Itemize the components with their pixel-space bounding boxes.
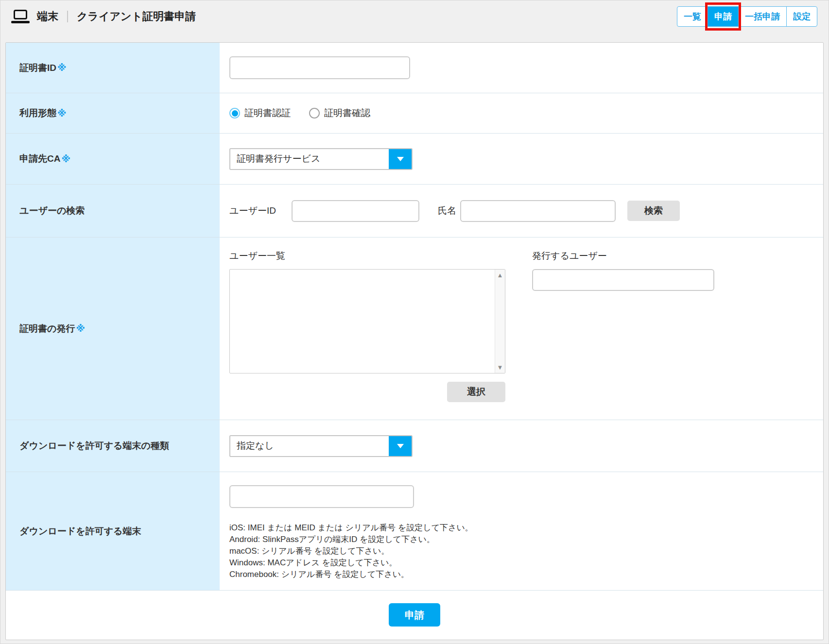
scroll-down-icon[interactable]: ▼: [497, 364, 503, 371]
help-line-chromebook: Chromebook: シリアル番号 を設定して下さい。: [229, 569, 473, 580]
help-line-macos: macOS: シリアル番号 を設定して下さい。: [229, 545, 473, 557]
issue-user-input[interactable]: [532, 269, 714, 291]
device-type-label: ダウンロードを許可する端末の種類: [6, 420, 220, 472]
row-certificate-id: 証明書ID※: [6, 43, 823, 93]
nav-button-settings[interactable]: 設定: [786, 7, 817, 26]
certificate-application-form: 証明書ID※ 利用形態※ 証明書認証 証明書確認: [5, 42, 824, 640]
section-label: 端末: [37, 9, 58, 24]
radio-unselected-icon[interactable]: [309, 108, 320, 119]
user-search-label: ユーザーの検索: [6, 185, 220, 237]
row-usage-type: 利用形態※ 証明書認証 証明書確認: [6, 93, 823, 134]
issue-user-label: 発行するユーザー: [532, 250, 714, 262]
help-line-windows: Windows: MACアドレス を設定して下さい。: [229, 557, 473, 569]
help-line-ios: iOS: IMEI または MEID または シリアル番号 を設定して下さい。: [229, 522, 473, 534]
row-device: ダウンロードを許可する端末 iOS: IMEI または MEID または シリア…: [6, 472, 823, 591]
certificate-id-label: 証明書ID※: [6, 43, 220, 93]
device-label: ダウンロードを許可する端末: [6, 472, 220, 590]
target-ca-selected-value: 証明書発行サービス: [230, 149, 389, 169]
submit-button[interactable]: 申請: [389, 603, 440, 627]
dropdown-arrow-icon[interactable]: [389, 436, 412, 456]
scroll-up-icon[interactable]: ▲: [497, 272, 503, 278]
required-mark: ※: [57, 62, 66, 73]
breadcrumb: 端末 クライアント証明書申請: [11, 9, 196, 24]
title-separator: [67, 11, 68, 22]
target-ca-select[interactable]: 証明書発行サービス: [229, 148, 413, 170]
device-type-select[interactable]: 指定なし: [229, 435, 413, 457]
listbox-scrollbar[interactable]: ▲ ▼: [495, 270, 505, 373]
search-button[interactable]: 検索: [627, 201, 680, 221]
nav-button-list[interactable]: 一覧: [677, 7, 708, 26]
dropdown-arrow-icon[interactable]: [389, 149, 412, 169]
row-user-search: ユーザーの検索 ユーザーID 氏名 検索: [6, 185, 823, 237]
row-certificate-issue: 証明書の発行※ ユーザー一覧 ▲ ▼ 選択 発行するユーザ: [6, 237, 823, 420]
help-line-android: Android: SlinkPassアプリの端末ID を設定して下さい。: [229, 534, 473, 545]
row-target-ca: 申請先CA※ 証明書発行サービス: [6, 134, 823, 185]
page: 端末 クライアント証明書申請 一覧 申請 一括申請 設定 証明書ID※: [0, 0, 829, 644]
select-button[interactable]: 選択: [447, 382, 505, 402]
name-input[interactable]: [460, 200, 616, 222]
device-input[interactable]: [229, 485, 414, 508]
usage-type-label: 利用形態※: [6, 93, 220, 133]
required-mark: ※: [57, 108, 66, 119]
required-mark: ※: [76, 323, 85, 334]
row-device-type: ダウンロードを許可する端末の種類 指定なし: [6, 420, 823, 472]
device-help-text: iOS: IMEI または MEID または シリアル番号 を設定して下さい。 …: [229, 522, 473, 580]
page-title: クライアント証明書申請: [77, 9, 196, 24]
form-footer: 申請: [6, 591, 823, 640]
user-list-label: ユーザー一覧: [229, 250, 505, 262]
target-ca-label: 申請先CA※: [6, 134, 220, 184]
user-id-label: ユーザーID: [229, 204, 276, 217]
radio-cert-confirm[interactable]: 証明書確認: [309, 107, 370, 119]
radio-selected-icon[interactable]: [229, 108, 240, 119]
required-mark: ※: [61, 153, 70, 165]
usage-type-radio-group: 証明書認証 証明書確認: [229, 107, 370, 119]
nav-button-apply-wrap: 申請: [708, 7, 738, 26]
certificate-id-input[interactable]: [229, 56, 410, 79]
nav-button-apply[interactable]: 申請: [708, 7, 738, 26]
nav-button-bulk-apply[interactable]: 一括申請: [738, 7, 786, 26]
nav-button-group: 一覧 申請 一括申請 設定: [677, 6, 817, 27]
user-id-input[interactable]: [292, 200, 419, 222]
name-label: 氏名: [438, 204, 456, 217]
laptop-icon: [11, 10, 30, 23]
header: 端末 クライアント証明書申請 一覧 申請 一括申請 設定: [0, 0, 829, 42]
certificate-issue-label: 証明書の発行※: [6, 237, 220, 420]
user-listbox[interactable]: ▲ ▼: [229, 269, 505, 373]
radio-cert-auth[interactable]: 証明書認証: [229, 107, 291, 119]
device-type-selected-value: 指定なし: [230, 436, 389, 456]
